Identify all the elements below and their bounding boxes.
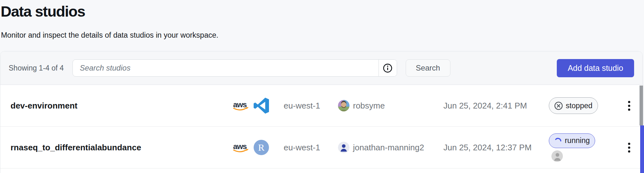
status-label: running — [565, 136, 590, 145]
info-circle-icon — [383, 63, 393, 73]
kebab-menu-icon — [628, 143, 630, 145]
status-badge: stopped — [549, 97, 598, 114]
studio-name[interactable]: rnaseq_to_differentialabundance — [11, 143, 233, 153]
table-row[interactable]: rnaseq_to_differentialabundance aws R eu… — [0, 127, 642, 169]
status-cell: running — [549, 133, 616, 162]
rstudio-letter: R — [258, 142, 264, 153]
search-input[interactable] — [73, 60, 379, 76]
scrollbar-thumb[interactable] — [640, 86, 643, 125]
rstudio-icon: R — [254, 140, 269, 155]
region-label: eu-west-1 — [284, 143, 338, 153]
row-menu-button[interactable] — [625, 98, 633, 114]
scrollbar-accent[interactable] — [640, 125, 644, 173]
user-name: jonathan-manning2 — [353, 143, 424, 153]
studio-icons-cell: aws R — [233, 140, 284, 155]
svg-text:aws: aws — [233, 142, 247, 151]
table-row[interactable]: dev-environment aws eu-west-1 — [0, 85, 642, 127]
person-avatar — [338, 142, 349, 153]
user-name: robsyme — [353, 101, 385, 111]
status-label: stopped — [566, 102, 593, 110]
row-menu-button[interactable] — [625, 139, 633, 156]
search-info-button[interactable] — [379, 60, 397, 76]
stopped-circle-x-icon — [554, 102, 563, 110]
studios-toolbar: Showing 1-4 of 4 Search Add data studio — [0, 51, 642, 85]
aws-icon: aws — [233, 100, 250, 111]
created-date: Jun 25, 2024, 2:41 PM — [443, 101, 549, 111]
studio-icons-cell: aws — [233, 98, 284, 114]
search-field-group — [73, 59, 397, 77]
svg-text:aws: aws — [233, 100, 247, 109]
anonymous-avatar — [551, 150, 563, 162]
created-date: Jun 25, 2024, 12:37 PM — [443, 143, 549, 153]
studios-card: Showing 1-4 of 4 Search Add data studio … — [0, 51, 643, 173]
user-photo-avatar — [338, 100, 349, 111]
status-cell: stopped — [549, 97, 616, 114]
region-label: eu-west-1 — [284, 101, 338, 111]
aws-icon: aws — [233, 142, 250, 153]
running-spinner-icon — [554, 137, 562, 145]
user-cell: robsyme — [338, 100, 443, 111]
add-data-studio-button[interactable]: Add data studio — [557, 59, 634, 77]
user-cell: jonathan-manning2 — [338, 142, 443, 153]
kebab-menu-icon — [628, 101, 630, 103]
vscode-icon — [254, 98, 270, 114]
search-button[interactable]: Search — [406, 59, 450, 77]
page-title: Data studios — [1, 3, 85, 20]
studio-name[interactable]: dev-environment — [11, 101, 233, 111]
status-badge: running — [549, 133, 595, 148]
page-subtitle: Monitor and inspect the details of data … — [1, 31, 218, 40]
showing-count-label: Showing 1-4 of 4 — [9, 64, 64, 72]
